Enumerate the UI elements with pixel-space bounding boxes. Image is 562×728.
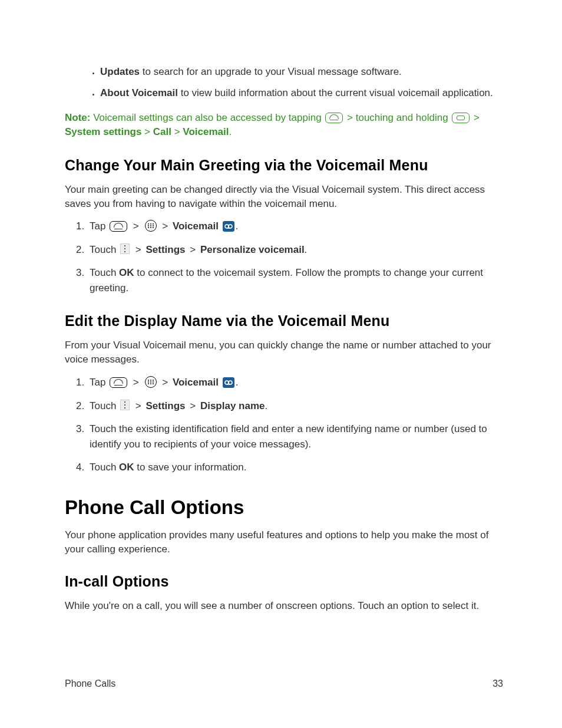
step-text: Touch bbox=[90, 244, 119, 255]
step-text: Touch bbox=[90, 267, 119, 278]
path-segment: Voicemail bbox=[173, 220, 219, 232]
path-segment: Settings bbox=[146, 400, 185, 411]
svg-point-19 bbox=[150, 383, 151, 384]
path-sep: > bbox=[141, 126, 153, 137]
voicemail-app-icon bbox=[223, 221, 234, 232]
section-intro: While you're on a call, you will see a n… bbox=[65, 599, 503, 613]
path-segment: Call bbox=[153, 126, 171, 137]
apps-grid-icon bbox=[145, 220, 157, 232]
page-content: Updates to search for an upgrade to your… bbox=[65, 65, 503, 613]
bullet-text: to search for an upgrade to your Visual … bbox=[140, 66, 402, 77]
svg-point-7 bbox=[150, 227, 151, 228]
path-segment: Voicemail bbox=[183, 126, 229, 137]
svg-point-0 bbox=[148, 223, 149, 225]
step-text: to connect to the voicemail system. Foll… bbox=[90, 267, 483, 294]
apps-grid-icon bbox=[145, 376, 157, 388]
path-sep: > bbox=[128, 220, 143, 232]
path-segment: Display name bbox=[200, 400, 265, 411]
step-item: Touch > Settings > Personalize voicemail… bbox=[87, 242, 503, 258]
path-sep: > bbox=[186, 400, 200, 411]
voicemail-app-icon bbox=[223, 377, 234, 388]
path-sep: > bbox=[171, 126, 183, 137]
path-sep: > bbox=[131, 400, 146, 411]
section-heading: Change Your Main Greeting via the Voicem… bbox=[65, 155, 503, 176]
path-segment: Voicemail bbox=[173, 377, 219, 388]
home-key-icon bbox=[110, 377, 127, 388]
ok-label: OK bbox=[119, 267, 134, 278]
home-key-icon bbox=[110, 221, 127, 232]
svg-point-14 bbox=[153, 380, 154, 381]
path-sep: > bbox=[131, 244, 146, 255]
note-block: Note: Voicemail settings can also be acc… bbox=[65, 111, 503, 140]
footer-page-number: 33 bbox=[492, 678, 503, 689]
note-period: . bbox=[229, 126, 232, 137]
step-text: Tap bbox=[90, 220, 108, 232]
intro-bullet-list: Updates to search for an upgrade to your… bbox=[65, 65, 503, 100]
step-text: Touch bbox=[90, 400, 119, 411]
svg-point-6 bbox=[148, 227, 149, 228]
bullet-bold: Updates bbox=[100, 66, 140, 77]
svg-point-12 bbox=[148, 380, 149, 381]
svg-point-2 bbox=[153, 223, 154, 225]
step-item: Touch the existing identification field … bbox=[87, 421, 503, 452]
overflow-menu-icon bbox=[120, 243, 130, 254]
step-list: Tap > > Voicemail . Touch > Settings > P… bbox=[65, 219, 503, 295]
path-sep: > bbox=[158, 220, 173, 232]
svg-point-22 bbox=[229, 381, 232, 384]
footer-chapter: Phone Calls bbox=[65, 678, 115, 689]
note-text: > bbox=[471, 112, 480, 123]
recent-key-icon bbox=[452, 113, 470, 123]
path-segment: Personalize voicemail bbox=[200, 244, 305, 255]
section-heading: Phone Call Options bbox=[65, 494, 503, 521]
section-intro: Your phone application provides many use… bbox=[65, 528, 503, 556]
step-item: Touch OK to save your information. bbox=[87, 460, 503, 475]
step-period: . bbox=[236, 377, 239, 388]
step-list: Tap > > Voicemail . Touch > Settings > D… bbox=[65, 375, 503, 475]
svg-point-16 bbox=[150, 381, 151, 383]
path-sep: > bbox=[158, 377, 173, 388]
svg-point-17 bbox=[153, 381, 154, 383]
step-item: Tap > > Voicemail . bbox=[87, 375, 503, 390]
path-segment: Settings bbox=[146, 244, 185, 255]
step-text: Touch bbox=[90, 462, 119, 473]
section-heading: Edit the Display Name via the Voicemail … bbox=[65, 311, 503, 331]
list-item: Updates to search for an upgrade to your… bbox=[100, 65, 503, 79]
svg-point-3 bbox=[148, 225, 149, 226]
svg-point-15 bbox=[148, 381, 149, 383]
section-intro: From your Visual Voicemail menu, you can… bbox=[65, 338, 503, 367]
step-item: Touch > Settings > Display name. bbox=[87, 398, 503, 414]
svg-point-21 bbox=[225, 381, 229, 384]
svg-point-10 bbox=[229, 225, 232, 228]
document-page: Updates to search for an upgrade to your… bbox=[0, 0, 562, 728]
overflow-menu-icon bbox=[120, 400, 130, 410]
step-text: to save your information. bbox=[134, 462, 247, 473]
path-sep: > bbox=[128, 377, 143, 388]
step-period: . bbox=[236, 220, 239, 232]
path-segment: System settings bbox=[65, 126, 141, 137]
step-period: . bbox=[305, 244, 308, 255]
note-text: Voicemail settings can also be accessed … bbox=[90, 112, 324, 123]
svg-point-1 bbox=[150, 223, 151, 225]
path-sep: > bbox=[186, 244, 200, 255]
svg-point-18 bbox=[148, 383, 149, 384]
svg-point-20 bbox=[153, 383, 154, 384]
note-label: Note: bbox=[65, 112, 90, 123]
ok-label: OK bbox=[119, 462, 134, 473]
section-heading: In-call Options bbox=[65, 571, 503, 592]
home-key-icon bbox=[325, 113, 343, 123]
svg-point-13 bbox=[150, 380, 151, 381]
bullet-text: to view build information about the curr… bbox=[178, 87, 493, 98]
step-item: Touch OK to connect to the voicemail sys… bbox=[87, 265, 503, 295]
page-footer: Phone Calls 33 bbox=[65, 678, 503, 689]
bullet-bold: About Voicemail bbox=[100, 87, 178, 98]
section-intro: Your main greeting can be changed direct… bbox=[65, 183, 503, 211]
step-text: Tap bbox=[90, 377, 108, 388]
note-text: > touching and holding bbox=[344, 112, 451, 123]
list-item: About Voicemail to view build informatio… bbox=[100, 86, 503, 100]
svg-point-4 bbox=[150, 225, 151, 226]
step-item: Tap > > Voicemail . bbox=[87, 219, 503, 234]
step-period: . bbox=[265, 400, 268, 411]
svg-point-8 bbox=[153, 227, 154, 228]
svg-point-9 bbox=[225, 225, 229, 228]
svg-point-5 bbox=[153, 225, 154, 226]
